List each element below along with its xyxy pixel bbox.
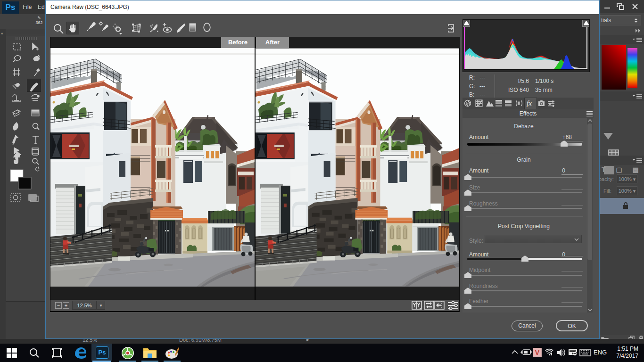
svg-text:fx: fx (527, 99, 532, 107)
